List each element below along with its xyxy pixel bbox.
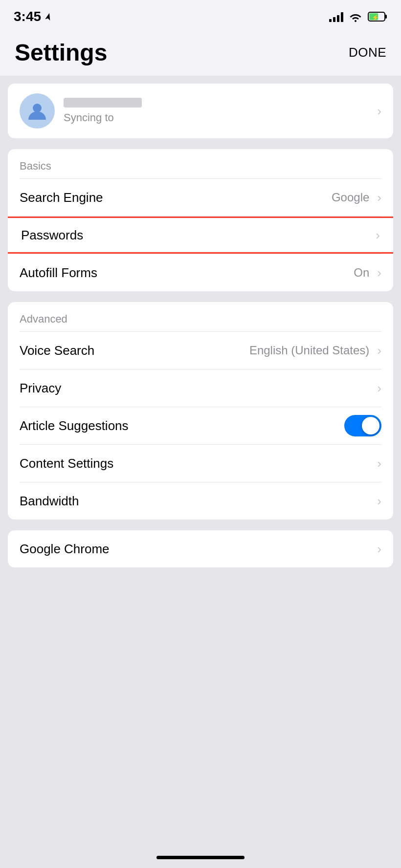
battery-icon: ⚡	[368, 11, 387, 22]
advanced-card: Advanced Voice Search English (United St…	[8, 302, 393, 520]
basics-card: Basics Search Engine Google › Passwords …	[8, 149, 393, 291]
home-indicator	[156, 856, 245, 859]
svg-point-4	[33, 104, 42, 112]
voice-search-value: English (United States)	[249, 344, 369, 357]
bandwidth-right: ›	[377, 495, 381, 507]
passwords-label: Passwords	[21, 228, 83, 243]
signal-bars-icon	[329, 11, 343, 22]
privacy-label: Privacy	[20, 381, 61, 396]
google-chrome-chevron-icon: ›	[377, 542, 381, 555]
voice-search-right: English (United States) ›	[249, 344, 381, 357]
status-icons: ⚡	[329, 11, 387, 22]
google-chrome-label: Google Chrome	[20, 542, 110, 557]
content-settings-row[interactable]: Content Settings ›	[8, 445, 393, 482]
search-engine-chevron-icon: ›	[377, 191, 381, 204]
google-chrome-right: ›	[377, 542, 381, 555]
passwords-chevron-icon: ›	[376, 229, 380, 241]
search-engine-label: Search Engine	[20, 190, 103, 205]
basics-section-label: Basics	[8, 149, 393, 178]
privacy-chevron-icon: ›	[377, 382, 381, 394]
profile-card: Syncing to ›	[8, 84, 393, 138]
google-chrome-row[interactable]: Google Chrome ›	[8, 530, 393, 567]
page-header: Settings DONE	[0, 29, 401, 76]
profile-name-redacted	[64, 98, 142, 108]
voice-search-label: Voice Search	[20, 343, 94, 358]
privacy-right: ›	[377, 382, 381, 394]
avatar	[20, 93, 55, 129]
autofill-forms-chevron-icon: ›	[377, 266, 381, 279]
voice-search-row[interactable]: Voice Search English (United States) ›	[8, 332, 393, 369]
passwords-right: ›	[376, 229, 380, 241]
svg-text:⚡: ⚡	[372, 14, 379, 21]
article-suggestions-label: Article Suggestions	[20, 418, 129, 434]
passwords-row[interactable]: Passwords ›	[8, 217, 393, 254]
privacy-row[interactable]: Privacy ›	[8, 369, 393, 407]
toggle-knob	[362, 417, 379, 434]
bandwidth-chevron-icon: ›	[377, 495, 381, 507]
time-display: 3:45	[14, 9, 41, 24]
article-suggestions-row[interactable]: Article Suggestions	[8, 407, 393, 444]
autofill-forms-label: Autofill Forms	[20, 265, 97, 281]
search-engine-right: Google ›	[332, 191, 381, 204]
google-chrome-card: Google Chrome ›	[8, 530, 393, 567]
content-settings-chevron-icon: ›	[377, 457, 381, 470]
search-engine-value: Google	[332, 191, 369, 204]
autofill-forms-right: On ›	[354, 266, 381, 280]
autofill-forms-row[interactable]: Autofill Forms On ›	[8, 254, 393, 291]
page-title: Settings	[15, 39, 107, 66]
status-bar: 3:45 ⚡	[0, 0, 401, 29]
search-engine-row[interactable]: Search Engine Google ›	[8, 179, 393, 216]
autofill-forms-value: On	[354, 266, 369, 280]
bandwidth-label: Bandwidth	[20, 494, 79, 509]
article-suggestions-toggle[interactable]	[344, 415, 381, 436]
bandwidth-row[interactable]: Bandwidth ›	[8, 482, 393, 520]
location-icon	[44, 12, 53, 21]
profile-sync-label: Syncing to	[64, 111, 114, 124]
avatar-icon	[26, 100, 48, 122]
profile-row[interactable]: Syncing to ›	[8, 84, 393, 138]
content-settings-label: Content Settings	[20, 456, 113, 471]
status-time: 3:45	[14, 9, 53, 24]
advanced-section-label: Advanced	[8, 302, 393, 331]
profile-chevron-icon: ›	[377, 105, 381, 117]
done-button[interactable]: DONE	[349, 45, 386, 60]
svg-rect-1	[385, 15, 387, 19]
profile-info: Syncing to	[64, 98, 368, 124]
content-settings-right: ›	[377, 457, 381, 470]
voice-search-chevron-icon: ›	[377, 344, 381, 357]
wifi-icon	[348, 11, 363, 22]
